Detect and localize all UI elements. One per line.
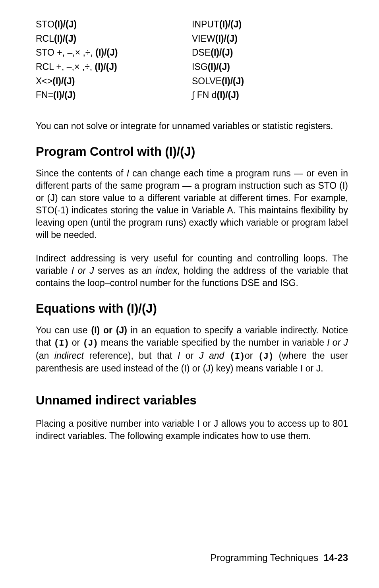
text-italic: I or J (72, 265, 94, 276)
operation-row: STO(I)/(J) (36, 17, 192, 32)
op-suffix: (I)/(J) (95, 47, 118, 58)
op-prefix: STO (36, 19, 54, 29)
op-suffix: (I)/(J) (95, 62, 117, 72)
op-prefix: X<> (36, 76, 52, 86)
op-prefix: FN= (36, 90, 53, 100)
footer-chapter-label: Programming Techniques (211, 552, 319, 563)
operation-row: STO +, –,× ,÷, (I)/(J) (36, 46, 192, 60)
operation-row: ISG(I)/(J) (192, 60, 348, 74)
text-italic: J and (199, 350, 230, 361)
text: (an (36, 350, 54, 361)
operation-row: RCL +, –,× ,÷, (I)/(J) (36, 60, 192, 74)
operation-row: VIEW(I)/(J) (192, 32, 348, 46)
text: or (245, 350, 258, 361)
text: or (69, 337, 83, 348)
op-prefix: DSE (192, 47, 211, 58)
text: or (180, 350, 199, 361)
footer-page-number: 14-23 (324, 552, 348, 563)
op-prefix: STO +, –,× ,÷, (36, 47, 95, 58)
text: can change each time a program runs — or… (36, 168, 348, 240)
operations-table: STO(I)/(J)RCL(I)/(J)STO +, –,× ,÷, (I)/(… (36, 17, 348, 103)
heading-unnamed: Unnamed indirect variables (36, 392, 348, 409)
operation-row: INPUT(I)/(J) (192, 17, 348, 32)
op-suffix: (I)/(J) (54, 19, 77, 29)
lcd-glyph: (I) (54, 338, 69, 348)
text: You can use (36, 325, 91, 335)
operation-row: FN=(I)/(J) (36, 88, 192, 103)
equations-para: You can use (I) or (J) in an equation to… (36, 324, 348, 375)
lcd-glyph: (J) (83, 338, 98, 348)
text: reference), but that (84, 350, 178, 361)
page-footer: Programming Techniques 14-23 (211, 551, 348, 564)
heading-equations: Equations with (I)/(J) (36, 300, 348, 317)
page-container: STO(I)/(J)RCL(I)/(J)STO +, –,× ,÷, (I)/(… (0, 0, 379, 588)
operation-row: RCL(I)/(J) (36, 32, 192, 46)
op-suffix: (I)/(J) (52, 76, 75, 86)
solve-note: You can not solve or integrate for unnam… (36, 120, 348, 132)
op-suffix: (I)/(J) (54, 33, 76, 44)
op-prefix: RCL (36, 33, 54, 44)
text-italic: I or J (327, 337, 348, 348)
operation-row: X<>(I)/(J) (36, 74, 192, 89)
heading-program-control: Program Control with (I)/(J) (36, 143, 348, 160)
operation-row: DSE(I)/(J) (192, 46, 348, 60)
text-italic: indirect (54, 350, 84, 361)
program-control-para-1: Since the contents of I can change each … (36, 167, 348, 241)
op-prefix: INPUT (192, 19, 219, 29)
op-prefix: VIEW (192, 33, 215, 44)
text: serves as an (94, 265, 156, 276)
text-italic: index (156, 265, 178, 276)
operations-col-right: INPUT(I)/(J)VIEW(I)/(J)DSE(I)/(J)ISG(I)/… (192, 17, 348, 103)
operations-col-left: STO(I)/(J)RCL(I)/(J)STO +, –,× ,÷, (I)/(… (36, 17, 192, 103)
unnamed-para: Placing a positive number into variable … (36, 418, 348, 442)
op-suffix: (I)/(J) (222, 76, 244, 86)
op-suffix: (I)/(J) (219, 19, 242, 29)
lcd-glyph: (I) (230, 352, 245, 362)
text: means the variable specified by the numb… (98, 337, 327, 348)
op-suffix: (I)/(J) (215, 33, 238, 44)
operation-row: ∫ FN d(I)/(J) (192, 88, 348, 103)
op-suffix: (I)/(J) (217, 90, 239, 100)
op-prefix: RCL +, –,× ,÷, (36, 62, 95, 72)
op-suffix: (I)/(J) (53, 90, 75, 100)
op-prefix: SOLVE (192, 76, 222, 86)
op-prefix: ∫ FN d (192, 90, 217, 100)
text: Since the contents of (36, 168, 127, 178)
op-prefix: ISG (192, 62, 208, 72)
op-suffix: (I)/(J) (211, 47, 233, 58)
lcd-glyph: (J) (258, 352, 273, 362)
operation-row: SOLVE(I)/(J) (192, 74, 348, 89)
text-bold: (I) or (J) (91, 325, 128, 335)
program-control-para-2: Indirect addressing is very useful for c… (36, 252, 348, 289)
op-suffix: (I)/(J) (208, 62, 230, 72)
